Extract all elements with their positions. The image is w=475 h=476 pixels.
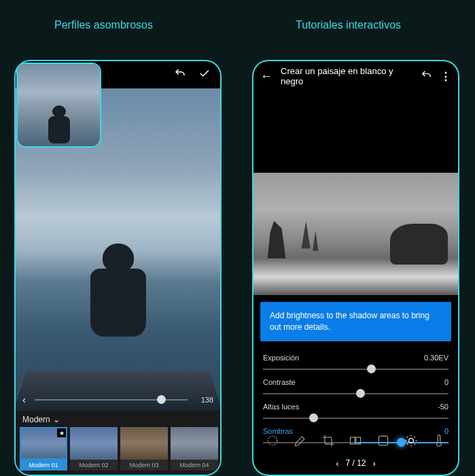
intensity-slider-row: ‹ 138	[22, 390, 213, 409]
original-thumbnail	[16, 63, 101, 148]
tutorial-tooltip: Add brightness to the shadow areas to br…	[260, 302, 451, 341]
heal-icon[interactable]	[264, 432, 281, 449]
preset-list: ★Modern 01 Modern 02 Modern 03 Modern 04	[20, 427, 216, 471]
svg-rect-2	[356, 437, 361, 444]
slider-value: 0.30EV	[424, 354, 448, 362]
topbar: ← Crear un paisaje en blanco y negro ⋮	[253, 61, 458, 91]
svg-rect-1	[351, 437, 355, 444]
tutorial-title: Crear un paisaje en blanco y negro	[281, 66, 412, 86]
svg-point-0	[268, 436, 277, 445]
phone-mockup-right: ← Crear un paisaje en blanco y negro ⋮ A…	[252, 60, 459, 476]
slider-highlights: Altas luces-50	[263, 403, 448, 424]
star-icon: ★	[57, 428, 66, 437]
chevron-down-icon: ⌄	[53, 415, 60, 424]
brush-icon[interactable]	[292, 432, 309, 449]
confirm-icon[interactable]	[198, 67, 211, 82]
slider-value: 0	[444, 378, 448, 386]
preset-item[interactable]: Modern 04	[171, 427, 218, 471]
preset-panel: Modern ⌄ ★Modern 01 Modern 02 Modern 03 …	[16, 411, 220, 475]
preset-item[interactable]: Modern 02	[70, 427, 118, 471]
back-icon[interactable]: ←	[260, 69, 272, 84]
preset-group-name: Modern	[22, 415, 50, 424]
color-temp-icon[interactable]	[431, 432, 447, 449]
slider-thumb[interactable]	[367, 364, 376, 373]
heading-profiles: Perfiles asombrosos	[54, 19, 153, 31]
slider-exposure: Exposición0.30EV	[263, 354, 448, 375]
preset-item[interactable]: Modern 03	[120, 427, 168, 471]
presets-icon[interactable]	[347, 432, 364, 449]
preset-label: Modern 01	[20, 460, 67, 471]
pager-next-icon[interactable]: ›	[373, 458, 376, 469]
heading-tutorials: Tutoriales interactivos	[296, 19, 401, 31]
intensity-slider[interactable]	[35, 399, 188, 401]
auto-icon[interactable]	[375, 432, 391, 449]
preset-label: Modern 02	[70, 460, 118, 471]
tutorial-image-area	[253, 91, 458, 295]
slider-track[interactable]	[263, 412, 448, 424]
preset-group-dropdown[interactable]: Modern ⌄	[22, 415, 216, 424]
slider-thumb[interactable]	[309, 413, 318, 422]
slider-thumb[interactable]	[157, 395, 166, 404]
preset-label: Modern 04	[171, 460, 218, 471]
svg-point-4	[409, 439, 414, 443]
pager-prev-icon[interactable]: ‹	[336, 458, 338, 469]
slider-label: Altas luces	[263, 403, 299, 411]
intensity-value: 138	[192, 396, 213, 404]
person-silhouette	[88, 243, 149, 339]
preset-label: Modern 03	[120, 460, 168, 471]
slider-thumb[interactable]	[356, 389, 365, 398]
chevron-left-icon[interactable]: ‹	[22, 394, 35, 405]
slider-contrast: Contraste0	[263, 378, 448, 400]
slider-value: -50	[438, 403, 448, 411]
slider-track[interactable]	[263, 363, 448, 375]
slider-label: Exposición	[263, 354, 299, 362]
bw-seascape-image	[253, 173, 458, 295]
slider-track[interactable]	[263, 388, 448, 400]
tool-bar	[253, 427, 458, 454]
crop-icon[interactable]	[320, 432, 336, 449]
pager-counter: 7 / 12	[345, 458, 366, 468]
light-icon[interactable]	[403, 432, 419, 449]
more-icon[interactable]: ⋮	[440, 70, 451, 83]
svg-rect-3	[379, 436, 387, 445]
preset-item[interactable]: ★Modern 01	[20, 427, 67, 471]
undo-icon[interactable]	[421, 69, 432, 84]
tutorial-pager: ‹ 7 / 12 ›	[253, 456, 458, 471]
slider-label: Contraste	[263, 378, 296, 386]
undo-icon[interactable]	[174, 67, 186, 82]
